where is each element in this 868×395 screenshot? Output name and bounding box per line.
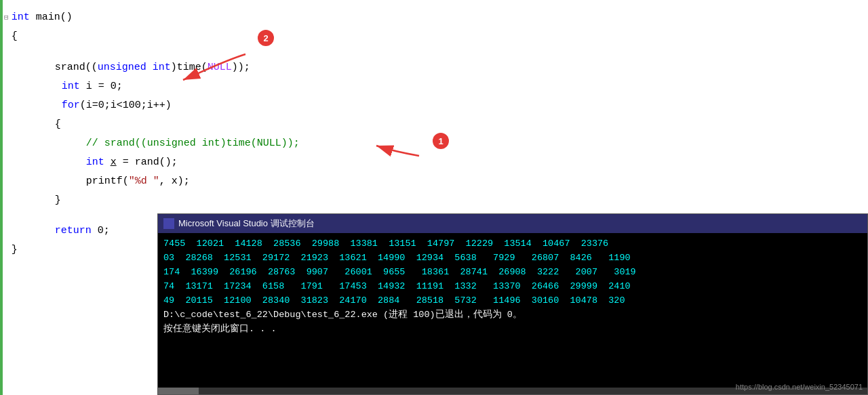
console-line-5: 49 20115 12100 28340 31823 24170 2884 28… <box>163 294 862 308</box>
vs-icon <box>163 218 174 229</box>
console-line-1: 7455 12021 14128 28536 29988 13381 13151… <box>163 237 862 251</box>
code-line-7: ⊟ { <box>4 117 868 136</box>
console-panel: Microsoft Visual Studio 调试控制台 7455 12021… <box>157 213 868 395</box>
watermark: https://blog.csdn.net/weixin_52345071 <box>736 383 863 391</box>
fold-icon: ⊟ <box>4 12 9 24</box>
line-content: int main() <box>9 9 73 26</box>
code-line-2: ⊟ { <box>4 28 868 47</box>
line-content: { <box>9 117 61 133</box>
code-line-4: ⊟ srand((unsigned int)time(NULL)); <box>4 60 868 79</box>
console-line-7: 按任意键关闭此窗口. . . <box>163 323 862 337</box>
left-bar <box>0 0 3 395</box>
line-content: // srand((unsigned int)time(NULL)); <box>9 136 300 152</box>
console-line-6: D:\c_code\test_6_22\Debug\test_6_22.exe … <box>163 308 862 323</box>
console-titlebar: Microsoft Visual Studio 调试控制台 <box>158 214 867 233</box>
code-line-6: ⊟ for(i=0;i<100;i++) <box>4 98 868 117</box>
line-content: return 0; <box>9 223 110 239</box>
console-body: 7455 12021 14128 28536 29988 13381 13151… <box>158 233 867 394</box>
badge-1: 1 <box>433 133 449 149</box>
console-line-3: 174 16399 26196 28763 9907 26001 9655 18… <box>163 266 862 280</box>
line-content: { <box>9 28 18 45</box>
line-content: int x = rand(); <box>9 154 178 171</box>
line-content: for(i=0;i<100;i++) <box>9 98 172 114</box>
code-line-9: ⊟ int x = rand(); <box>4 154 868 173</box>
line-content: printf("%d ", x); <box>9 173 190 190</box>
code-line-3: ⊟ <box>4 47 868 60</box>
code-line-11: ⊟ } <box>4 192 868 211</box>
console-line-2: 03 28268 12531 29172 21923 13621 14990 1… <box>163 251 862 266</box>
badge-2: 2 <box>258 30 274 46</box>
line-content: } <box>9 192 61 209</box>
line-content: } <box>9 242 18 258</box>
code-line-1: ⊟ int main() <box>4 9 868 28</box>
console-title: Microsoft Visual Studio 调试控制台 <box>178 217 315 230</box>
code-line-10: ⊟ printf("%d ", x); <box>4 173 868 192</box>
line-content: srand((unsigned int)time(NULL)); <box>9 60 250 76</box>
console-line-4: 74 13171 17234 6158 1791 17453 14932 111… <box>163 280 862 294</box>
console-scrollbar-thumb[interactable] <box>158 388 199 394</box>
code-editor: ⊟ int main() ⊟ { ⊟ ⊟ srand((unsigned int… <box>0 0 868 395</box>
line-content: int i = 0; <box>9 79 123 95</box>
code-line-5: ⊟ int i = 0; <box>4 79 868 98</box>
